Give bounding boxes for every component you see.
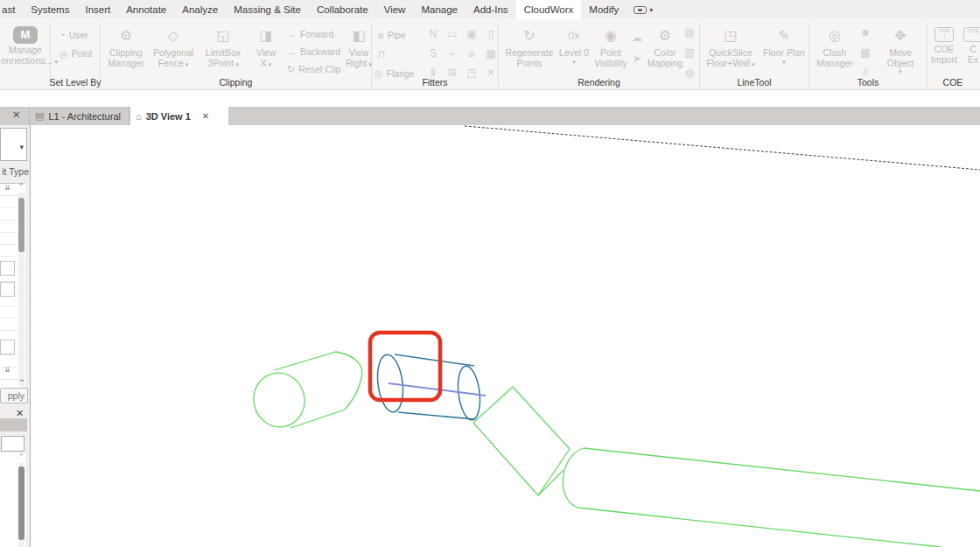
point-visibility-label-1: Point [592,48,630,59]
manage-connections-button[interactable]: M Manage onnections...▾ [1,24,50,78]
chevron-down-icon: ▾ [369,61,373,67]
menu-item-collaborate[interactable]: Collaborate [309,0,376,19]
user-globe-icon: ◔ [60,30,66,40]
set-level-user-button[interactable]: ◔ User [60,28,88,42]
green-pipe-right[interactable] [563,448,980,547]
coe-import-icon: COE ↑ [934,27,954,42]
menu-item-analyze[interactable]: Analyze [174,0,226,19]
menu-item-modify[interactable]: Modify [581,0,626,19]
quickslice-label-2: Floor+Wall [706,58,750,68]
properties-scrollbar-track[interactable] [18,193,24,387]
beam-icon: ⊓ [378,49,386,60]
menu-item-cloudworx[interactable]: CloudWorx [516,0,582,19]
level-0-button[interactable]: 0x Level 0 ▾ [558,24,590,78]
edit-type-button[interactable]: it Type [0,166,29,177]
cloud-tool-button[interactable]: ☁ [629,30,645,46]
polygonal-fence-button[interactable]: ◇ Polygonal Fence▾ [150,24,196,78]
browser-scrollbar-track[interactable] [18,463,24,547]
scroll-down-icon[interactable]: ⌄ [18,374,25,383]
coe-export-button[interactable]: COE C Ex [961,24,980,78]
coe-export-icon: COE [963,27,980,42]
fitter-box-button[interactable]: ▣ [464,26,480,42]
tab-3d-view-label: 3D View 1 [146,111,191,122]
point-pick-button[interactable]: ➤ [629,51,645,67]
type-selector-dropdown[interactable]: ▾ [0,128,27,161]
view-right-button[interactable]: ◧ View Right▾ [344,24,374,78]
menu-item-massing-site[interactable]: Massing & Site [226,0,309,19]
menu-item-add-ins[interactable]: Add-Ins [466,0,516,19]
render-option-1-button[interactable]: ▤ [682,25,697,40]
fitter-spipe-button[interactable]: S [425,46,441,61]
menu-item-systems[interactable]: Systems [23,0,77,19]
browser-search-input[interactable] [1,436,24,452]
menu-item-view[interactable]: View [376,0,414,19]
ribbon-display-toggle[interactable]: ▾ [626,0,660,19]
clipping-manager-label-2: Manager [103,59,149,69]
chevron-down-icon: ▾ [186,61,189,67]
close-tab-icon[interactable]: ✕ [202,111,209,121]
fit-pipe-button[interactable]: ⌀ Pipe [378,28,406,42]
fit-beam-button[interactable]: ⊓ [378,47,386,61]
scroll-up-icon[interactable]: ⌃ [18,452,24,461]
tab-3d-view-1[interactable]: ⌂ 3D View 1 ✕ [130,107,228,125]
3d-viewport[interactable] [31,125,980,547]
selected-pipe[interactable] [374,354,486,422]
panel-close-icon[interactable]: ✕ [12,109,20,121]
green-pipe-diagonal[interactable] [473,387,570,495]
floor-plan-label: Floor Plan [760,48,808,59]
tools-option-1-button[interactable]: ☻ [858,25,873,40]
properties-scrollbar-thumb[interactable] [18,198,24,252]
render-option-2-button[interactable]: ▥ [682,45,697,60]
polygonal-fence-label-2: Fence [158,58,184,68]
color-mapping-button[interactable]: ⚙ Color Mapping [645,24,685,78]
property-value-cell[interactable] [0,282,15,297]
clash-manager-label-2: Manager [814,59,856,69]
fitter-column-button[interactable]: ▯ [483,26,499,42]
clash-manager-button[interactable]: ◎ Clash Manager [814,24,856,78]
floor-plan-button[interactable]: ✎ Floor Plan ▾ [760,24,808,78]
tools-option-2-button[interactable]: ▩ [858,45,873,60]
pin-icon: ⇊ [4,366,10,374]
browser-scrollbar-thumb[interactable] [18,466,24,540]
group-label-clipping: Clipping [101,77,371,88]
regenerate-points-button[interactable]: ↻ Regenerate Points [502,24,556,78]
color-mapping-label-1: Color [645,48,685,59]
dashed-reference-line[interactable] [465,126,980,170]
menu-item-insert[interactable]: Insert [77,0,118,19]
menu-item-annotate[interactable]: Annotate [118,0,174,19]
apply-button[interactable]: pply [0,388,28,403]
coe-import-button[interactable]: COE ↑ COE Import [931,24,957,78]
pin-icon: ⇊ [4,184,10,192]
point-visibility-button[interactable]: ◉ Point Visibility [592,24,630,78]
scroll-up-icon[interactable]: ⌃ [18,182,24,191]
clip-backward-button[interactable]: ← Backward [287,45,340,59]
fitter-duct-button[interactable]: N [425,26,441,42]
quickslice-floor-wall-button[interactable]: ◳ QuickSlice Floor+Wall▾ [705,24,756,78]
chevron-down-icon: ▾ [55,59,59,65]
reset-clip-button[interactable]: ↻ Reset Clip [287,62,341,76]
fitter-tray-button[interactable]: ▭ [444,26,460,42]
quickslice-icon: ◳ [705,24,756,48]
eye-icon: ◉ [592,24,630,48]
group-label-rendering: Rendering [499,77,699,88]
set-level-point-button[interactable]: ◎ Point [60,46,93,60]
limitbox-3point-button[interactable]: ◱ LimitBox 3Point▾ [199,24,248,78]
fitter-door-button[interactable]: ⌐ [444,46,460,61]
clip-forward-button[interactable]: → Forward [287,27,334,41]
property-value-cell[interactable] [0,340,15,354]
group-label-tools: Tools [809,77,927,88]
chevron-down-icon: ▾ [875,68,926,75]
fitter-link-button[interactable]: ⌀ [464,46,480,61]
menu-bar: ast Systems Insert Annotate Analyze Mass… [0,0,980,19]
move-object-label: Move Object [875,48,926,68]
move-object-button[interactable]: ✥ Move Object ▾ [875,24,926,78]
property-value-cell[interactable] [0,261,15,276]
tab-l1-architectural[interactable]: ▤ L1 - Architectural [30,107,130,125]
cloudworx-m-logo-icon: M [13,26,38,44]
menu-item-manage[interactable]: Manage [413,0,466,19]
view-x-button[interactable]: ◨ View X▾ [250,24,282,78]
green-pipe-left[interactable] [248,352,362,432]
fitter-grid-button[interactable]: ▦ [483,46,499,61]
menu-item-precast[interactable]: ast [0,0,23,19]
clipping-manager-button[interactable]: ⚙ Clipping Manager [103,24,149,78]
